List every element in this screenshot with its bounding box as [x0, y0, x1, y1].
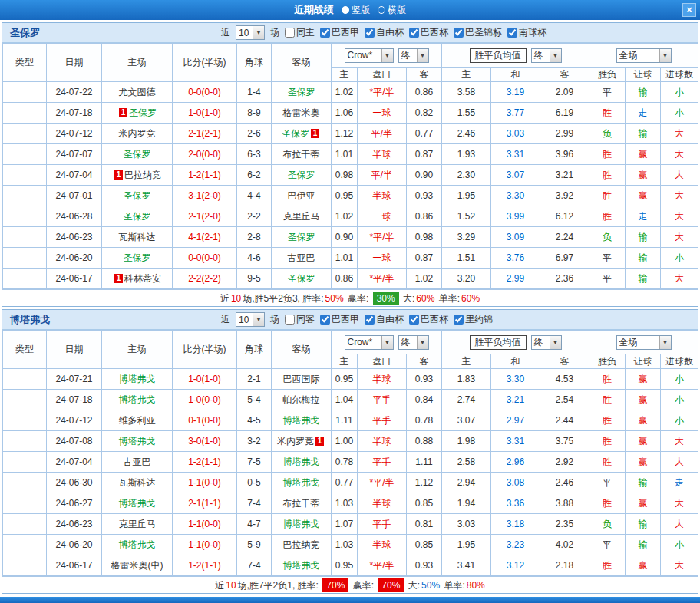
ah-home-odds: 1.01 — [332, 248, 358, 269]
corners-cell: 5-4 — [237, 390, 272, 410]
filter-checkbox-巴圣锦标[interactable]: 巴圣锦标 — [454, 26, 502, 39]
home-team-cell: 米内罗竞 — [102, 124, 173, 144]
filter-checkbox-自由杯[interactable]: 自由杯 — [365, 26, 404, 39]
ah-away-odds: 1.12 — [407, 473, 442, 493]
home-team-cell: 维多利亚 — [102, 410, 173, 431]
eu-draw-odds: 2.96 — [491, 452, 540, 473]
checkbox-input[interactable] — [320, 28, 330, 38]
checkbox-input[interactable] — [409, 315, 419, 325]
col-ah-away: 客 — [407, 68, 442, 82]
bookmaker-select[interactable]: Crow*▼ — [345, 335, 394, 350]
filter-checkbox-巴西杯[interactable]: 巴西杯 — [409, 313, 448, 326]
team-label: 古亚巴 — [288, 252, 315, 263]
corners-cell: 3-2 — [237, 431, 272, 452]
league-cell: 巴西甲 — [3, 555, 47, 576]
checkbox-input[interactable] — [365, 28, 375, 38]
result-handicap: 输 — [626, 227, 661, 248]
result-wdl: 负 — [589, 514, 626, 535]
chevron-down-icon: ▼ — [417, 336, 428, 349]
checkbox-input[interactable] — [409, 28, 419, 38]
col-ah-home: 主 — [332, 354, 358, 369]
score-cell: 1-1(0-0) — [173, 473, 237, 493]
filter-checkbox-同客[interactable]: 同客 — [285, 313, 315, 326]
checkbox-label: 巴西甲 — [332, 313, 359, 326]
recent-label-suffix: 场 — [270, 313, 279, 326]
recent-count-select[interactable]: 10▼ — [236, 312, 265, 327]
team-label: 圣保罗 — [124, 149, 151, 160]
checkbox-input[interactable] — [285, 315, 295, 325]
league-cell: 巴西甲 — [3, 493, 47, 514]
filter-checkbox-巴西甲[interactable]: 巴西甲 — [320, 313, 359, 326]
match-row: 巴西甲24-07-08博塔弗戈3-0(1-0)3-2米内罗竞11.00半球0.8… — [3, 431, 698, 452]
ah-away-odds: 0.85 — [407, 493, 442, 514]
filter-checkbox-同主[interactable]: 同主 — [285, 26, 315, 39]
wdl-average-button[interactable]: 胜平负均值 — [470, 335, 527, 350]
close-icon[interactable]: × — [682, 3, 696, 17]
eu-away-odds: 2.35 — [540, 514, 589, 535]
ah-home-odds: 0.78 — [332, 452, 358, 473]
eu-home-odds: 3.29 — [442, 227, 491, 248]
corners-cell: 6-2 — [237, 165, 272, 186]
eu-home-odds: 1.51 — [442, 248, 491, 269]
summary-text: 场,胜5平2负3, 胜率: — [243, 293, 323, 304]
col-ah-line: 盘口 — [358, 68, 407, 82]
eu-away-odds: 2.92 — [540, 452, 589, 473]
result-goals: 大 — [661, 144, 698, 165]
team-label: 巴拉纳竞 — [283, 539, 320, 550]
home-team-cell: 博塔弗戈 — [102, 431, 173, 452]
col-res-wdl: 胜负 — [589, 68, 626, 82]
checkbox-input[interactable] — [507, 28, 517, 38]
filter-checkbox-巴西甲[interactable]: 巴西甲 — [320, 26, 359, 39]
checkbox-input[interactable] — [285, 28, 295, 38]
radio-horizontal[interactable] — [378, 6, 385, 14]
col-score: 比分(半场) — [173, 331, 237, 369]
filter-checkbox-巴西杯[interactable]: 巴西杯 — [409, 26, 448, 39]
date-cell: 24-07-12 — [47, 124, 102, 144]
filter-checkbox-南球杯[interactable]: 南球杯 — [507, 26, 546, 39]
date-cell: 24-06-17 — [47, 269, 102, 289]
bookmaker-select[interactable]: Crow*▼ — [345, 48, 394, 63]
summary-text: 60% — [461, 293, 480, 304]
home-team-cell: 圣保罗 — [102, 248, 173, 269]
final-odds-select[interactable]: 终▼ — [531, 48, 562, 63]
team-label: 圣保罗 — [288, 170, 315, 180]
away-team-cell: 克里丘马 — [272, 206, 332, 227]
final-odds-select[interactable]: 终▼ — [398, 335, 429, 350]
date-cell: 24-07-01 — [47, 186, 102, 206]
league-cell: 巴西甲 — [3, 144, 47, 165]
date-cell: 24-06-23 — [47, 514, 102, 535]
away-team-cell: 布拉干蒂 — [272, 493, 332, 514]
final-odds-select[interactable]: 终▼ — [531, 335, 562, 350]
eu-home-odds: 2.74 — [442, 390, 491, 410]
result-handicap: 输 — [626, 473, 661, 493]
result-wdl: 胜 — [589, 103, 626, 124]
radio-vertical-label[interactable]: 竖版 — [352, 4, 370, 17]
checkbox-input[interactable] — [454, 28, 464, 38]
league-cell: 巴西甲 — [3, 473, 47, 493]
ah-home-odds: 1.11 — [332, 410, 358, 431]
radio-horizontal-label[interactable]: 横版 — [388, 4, 406, 17]
final-odds-select[interactable]: 终▼ — [398, 48, 429, 63]
date-cell: 24-07-22 — [47, 82, 102, 103]
eu-draw-odds: 3.31 — [491, 431, 540, 452]
scope-controls: 全场▼ — [589, 331, 698, 354]
filter-checkbox-自由杯[interactable]: 自由杯 — [365, 313, 404, 326]
radio-vertical[interactable] — [342, 6, 349, 14]
wdl-average-button[interactable]: 胜平负均值 — [470, 48, 527, 63]
away-team-cell: 博塔弗戈 — [272, 514, 332, 535]
corners-cell: 2-1 — [237, 369, 272, 390]
chevron-down-icon: ▼ — [253, 313, 264, 326]
scope-select[interactable]: 全场▼ — [616, 335, 672, 350]
ah-home-odds: 1.03 — [332, 535, 358, 555]
recent-count-select[interactable]: 10▼ — [236, 25, 265, 40]
ah-home-odds: 0.98 — [332, 165, 358, 186]
checkbox-input[interactable] — [320, 315, 330, 325]
filter-checkbox-里约锦[interactable]: 里约锦 — [454, 313, 493, 326]
scope-select[interactable]: 全场▼ — [616, 48, 672, 63]
checkbox-input[interactable] — [454, 315, 464, 325]
team-label: 圣保罗 — [288, 87, 315, 97]
checkbox-input[interactable] — [365, 315, 375, 325]
filters: 同主巴西甲自由杯巴西杯巴圣锦标南球杯 — [285, 26, 546, 39]
eu-away-odds: 3.75 — [540, 431, 589, 452]
match-row: 巴西甲24-07-22尤文图德0-0(0-0)1-4圣保罗1.02*平/半0.8… — [3, 82, 698, 103]
